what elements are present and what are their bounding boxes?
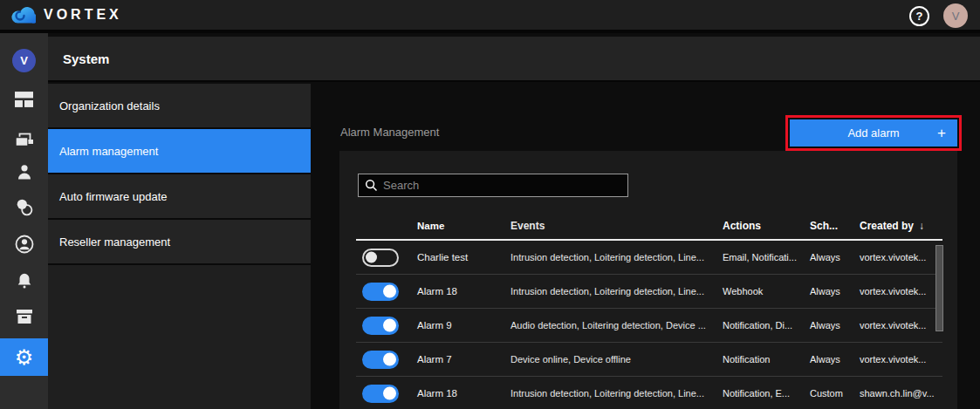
alarm-schedule: Always <box>806 354 856 365</box>
table-row[interactable]: Alarm 9 Audio detection, Loitering detec… <box>356 309 942 343</box>
content-title: Alarm Management <box>340 126 439 139</box>
alarm-name: Charlie test <box>414 252 507 262</box>
user-avatar[interactable]: V <box>943 3 968 28</box>
alarm-name: Alarm 7 <box>414 354 507 365</box>
toggle-knob <box>383 319 396 332</box>
alarm-events: Device online, Device offline <box>507 354 719 365</box>
annotation-highlight-box: Add alarm + <box>785 115 962 151</box>
sidebar-item-label: Organization details <box>59 99 160 112</box>
add-alarm-button[interactable]: Add alarm + <box>790 119 957 147</box>
alarm-schedule: Custom <box>806 388 856 399</box>
vortex-logo: VORTEX <box>0 6 122 24</box>
organization-avatar[interactable]: V <box>12 49 36 72</box>
rail-item-cameras[interactable] <box>0 121 48 158</box>
bell-icon <box>16 272 33 290</box>
alarm-actions: Webhook <box>719 286 806 297</box>
alarm-name: Alarm 18 <box>414 388 507 399</box>
alarm-actions: Notification <box>719 354 806 365</box>
sidebar-item-alarm-management[interactable]: Alarm management <box>48 129 311 174</box>
alarm-enabled-toggle[interactable] <box>362 317 399 335</box>
cameras-icon <box>15 133 34 147</box>
rail-item-roles[interactable] <box>0 189 48 226</box>
column-header-actions[interactable]: Actions <box>719 220 806 232</box>
toggle-knob <box>366 252 377 263</box>
column-header-schedule[interactable]: Sch... <box>806 220 856 232</box>
search-input[interactable] <box>383 179 621 192</box>
alarm-schedule: Always <box>806 320 856 331</box>
table-header-row: Name Events Actions Sch... Created by↓ <box>356 212 942 241</box>
sidebar-item-auto-firmware-update[interactable]: Auto firmware update <box>48 174 311 220</box>
plus-icon: + <box>937 125 946 142</box>
alarm-events: Intrusion detection, Loitering detection… <box>507 388 719 399</box>
alarm-created-by: vortex.vivotek... <box>856 252 942 262</box>
alarm-table: Name Events Actions Sch... Created by↓ C… <box>356 212 942 409</box>
sidebar-item-label: Auto firmware update <box>59 190 168 203</box>
rail-item-notifications[interactable] <box>0 262 48 299</box>
created-by-label: Created by <box>860 220 914 232</box>
add-alarm-label: Add alarm <box>847 126 899 140</box>
toggle-knob <box>383 387 396 400</box>
alarm-enabled-toggle[interactable] <box>362 351 399 369</box>
alarm-table-panel: Name Events Actions Sch... Created by↓ C… <box>339 151 957 409</box>
table-body: Charlie test Intrusion detection, Loiter… <box>356 241 942 409</box>
table-row[interactable]: Alarm 18 Intrusion detection, Loitering … <box>356 275 942 309</box>
rail-item-account[interactable] <box>0 226 48 262</box>
sidebar-item-organization-details[interactable]: Organization details <box>48 84 311 129</box>
alarm-enabled-toggle[interactable] <box>362 283 399 301</box>
toggle-knob <box>383 353 396 366</box>
rail-item-dashboard[interactable] <box>0 81 48 118</box>
sidebar-item-reseller-management[interactable]: Reseller management <box>48 220 311 265</box>
sidebar-item-label: Alarm management <box>59 145 158 158</box>
account-circle-icon <box>15 235 34 254</box>
top-app-bar: VORTEX ? V <box>0 0 980 33</box>
sort-desc-icon: ↓ <box>919 220 924 232</box>
alarm-enabled-toggle[interactable] <box>362 249 399 267</box>
alarm-actions: Notification, Di... <box>719 320 806 331</box>
overlapping-circles-icon <box>15 198 34 217</box>
icon-rail: V <box>0 33 48 409</box>
column-header-events[interactable]: Events <box>507 220 719 232</box>
column-header-created-by[interactable]: Created by↓ <box>856 220 942 232</box>
search-box[interactable] <box>358 174 628 197</box>
main-content: Alarm Management Add alarm + Name Events… <box>311 84 980 409</box>
alarm-created-by: vortex.vivotek... <box>856 354 942 365</box>
table-scrollbar[interactable] <box>935 245 943 331</box>
settings-sidebar: Organization details Alarm management Au… <box>48 84 311 409</box>
user-icon <box>16 163 33 181</box>
archive-box-icon <box>16 309 33 324</box>
sidebar-item-label: Reseller management <box>59 235 170 249</box>
rail-item-settings[interactable]: ⚙ <box>0 338 48 376</box>
alarm-actions: Email, Notificati... <box>719 252 806 262</box>
section-header: System <box>48 37 980 82</box>
help-icon[interactable]: ? <box>909 6 929 26</box>
alarm-events: Audio detection, Loitering detection, De… <box>507 320 719 331</box>
table-row[interactable]: Alarm 18 Intrusion detection, Loitering … <box>356 377 942 409</box>
gear-icon: ⚙ <box>15 347 34 368</box>
rail-item-archive[interactable] <box>0 298 48 335</box>
alarm-actions: Notification, E... <box>719 388 806 399</box>
dashboard-icon <box>15 92 33 107</box>
rail-item-users[interactable] <box>0 153 48 190</box>
alarm-events: Intrusion detection, Loitering detection… <box>507 252 719 262</box>
cloud-logo-icon <box>11 6 36 24</box>
table-row[interactable]: Charlie test Intrusion detection, Loiter… <box>356 241 942 275</box>
toggle-knob <box>383 285 396 298</box>
alarm-events: Intrusion detection, Loitering detection… <box>507 286 719 297</box>
column-header-name[interactable]: Name <box>414 221 507 231</box>
alarm-created-by: vortex.vivotek... <box>856 320 942 331</box>
alarm-created-by: shawn.ch.lin@v... <box>856 388 942 399</box>
alarm-name: Alarm 9 <box>414 320 507 331</box>
search-icon <box>365 179 378 192</box>
brand-name: VORTEX <box>44 7 122 23</box>
page-title: System <box>63 51 109 66</box>
table-row[interactable]: Alarm 7 Device online, Device offline No… <box>356 343 942 377</box>
alarm-enabled-toggle[interactable] <box>362 385 399 403</box>
alarm-created-by: vortex.vivotek... <box>856 286 942 297</box>
alarm-schedule: Always <box>806 286 856 297</box>
alarm-schedule: Always <box>806 252 856 262</box>
alarm-name: Alarm 18 <box>414 286 507 297</box>
